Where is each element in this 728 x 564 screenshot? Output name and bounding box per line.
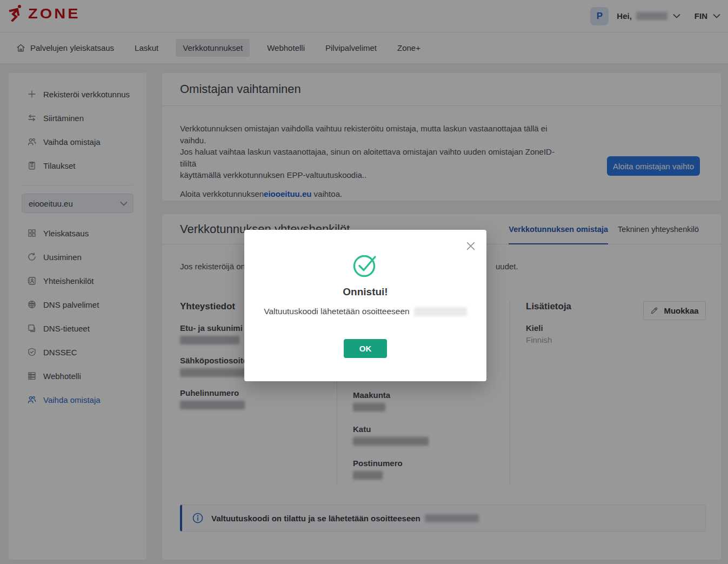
close-icon[interactable] — [464, 239, 478, 253]
ok-button[interactable]: OK — [344, 339, 387, 358]
success-modal: Onnistui! Valtuutuskoodi lähetetään osoi… — [244, 230, 486, 381]
modal-title: Onnistui! — [244, 286, 486, 298]
modal-message: Valtuutuskoodi lähetetään osoitteeseen — [244, 307, 486, 316]
check-circle-icon — [351, 250, 380, 280]
redacted-modal-email — [414, 307, 467, 316]
